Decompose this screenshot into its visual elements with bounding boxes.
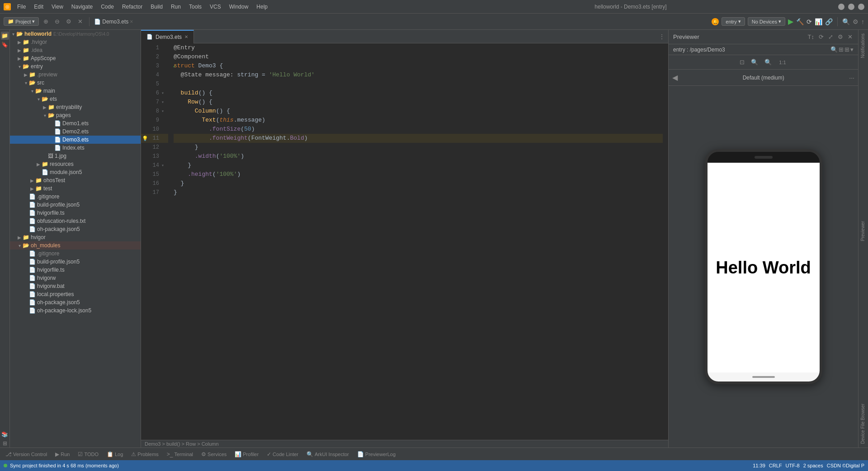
tab-terminal[interactable]: >_ Terminal — [163, 450, 197, 458]
tree-item-hvigorw[interactable]: ▶ 📄 hvigorw — [10, 274, 141, 282]
device-file-browser-label[interactable]: Device File Browser — [859, 400, 868, 447]
previewer-panel-label[interactable]: Previewer — [859, 217, 868, 245]
sync-button[interactable]: ⟳ — [807, 18, 812, 25]
tab-run[interactable]: ▶ Run — [52, 450, 73, 458]
tree-item-preview[interactable]: ▶ 📁 .preview — [10, 71, 141, 79]
tree-item-ohostest[interactable]: ▶ 📁 ohosTest — [10, 176, 141, 184]
tree-item-demo3[interactable]: ▶ 📄 Demo3.ets — [10, 136, 141, 144]
sidebar-project-icon[interactable]: 📁 — [1, 32, 9, 40]
font-size-button[interactable]: T↕ — [807, 33, 815, 41]
tab-todo[interactable]: ☑ TODO — [74, 450, 102, 458]
tree-item-hvigor-root[interactable]: ▶ 📁 hvigor — [10, 233, 141, 241]
tab-arkui[interactable]: 🔍 ArkUI Inspector — [303, 450, 353, 458]
close-button[interactable] — [858, 4, 864, 10]
menu-view[interactable]: View — [48, 3, 67, 11]
tab-demo3[interactable]: 📄 Demo3.ets ✕ — [141, 30, 194, 43]
tab-services[interactable]: ⚙ Services — [198, 450, 230, 458]
tab-version-control[interactable]: ⎇ Version Control — [2, 450, 51, 458]
code-content[interactable]: @Entry @Component struct Demo3 { @State … — [168, 43, 668, 440]
menu-edit[interactable]: Edit — [30, 3, 47, 11]
tree-item-entry[interactable]: ▾ 📂 entry — [10, 62, 141, 71]
sidebar-icon-2[interactable]: 🔖 — [1, 41, 9, 49]
profile-button[interactable]: 📊 — [815, 18, 822, 25]
tree-item-helloworld[interactable]: ▾ 📂 helloworld E:\Develop\HarmonyOS\4.0 — [10, 30, 141, 38]
project-dropdown[interactable]: 📁 Project ▾ — [4, 17, 39, 26]
search-icon[interactable]: 🔍 — [842, 18, 850, 25]
zoom-out-button[interactable]: 🔍 — [750, 58, 759, 66]
tab-problems[interactable]: ⚠ Problems — [127, 450, 162, 458]
tree-item-hvigor[interactable]: ▶ 📁 .hvigor — [10, 38, 141, 46]
close-tree-button[interactable]: ✕ — [76, 18, 85, 25]
zoom-fit-button[interactable]: ⊡ — [739, 58, 745, 66]
menu-navigate[interactable]: Navigate — [68, 3, 96, 11]
tree-item-entryability[interactable]: ▶ 📁 entryability — [10, 103, 141, 111]
tree-item-gitignore[interactable]: ▶ 📄 .gitignore — [10, 193, 141, 201]
menu-file[interactable]: File — [14, 3, 29, 11]
minimize-button[interactable] — [838, 4, 844, 10]
tab-previewerlog[interactable]: 📄 PreviewerLog — [354, 450, 399, 458]
orientation-button[interactable]: ⤢ — [827, 33, 834, 41]
attach-button[interactable]: 🔗 — [825, 18, 833, 25]
tab-close-button[interactable]: ✕ — [184, 34, 188, 39]
run-button[interactable]: ▶ — [788, 17, 793, 26]
menu-help[interactable]: Help — [253, 3, 271, 11]
tree-item-obfuscation[interactable]: ▶ 📄 obfuscation-rules.txt — [10, 217, 141, 225]
tree-item-test[interactable]: ▶ 📁 test — [10, 184, 141, 193]
tree-item-ohpackage2[interactable]: ▶ 📄 oh-package.json5 — [10, 298, 141, 306]
tree-item-ohpackage[interactable]: ▶ 📄 oh-package.json5 — [10, 225, 141, 233]
tree-item-appscope[interactable]: ▶ 📁 AppScope — [10, 54, 141, 62]
tree-item-main[interactable]: ▾ 📂 main — [10, 87, 141, 95]
device-selector[interactable]: No Devices ▾ — [748, 17, 785, 26]
tab-more-button[interactable]: ⋮ — [656, 33, 668, 40]
previewer-close-button[interactable]: ✕ — [847, 33, 854, 41]
tab-profiler[interactable]: 📊 Profiler — [231, 450, 262, 458]
menu-vcs[interactable]: VCS — [206, 3, 225, 11]
sidebar-structure-icon[interactable]: ⊞ — [1, 439, 9, 447]
tree-item-localprops[interactable]: ▶ 📄 local.properties — [10, 290, 141, 298]
collapse-all-button[interactable]: ⊖ — [53, 18, 61, 25]
tree-item-demo2[interactable]: ▶ 📄 Demo2.ets — [10, 127, 141, 136]
previewer-settings-button[interactable]: ⚙ — [837, 33, 844, 41]
tree-item-ets[interactable]: ▾ 📂 ets — [10, 95, 141, 103]
grid-view-button[interactable]: ⊞ — [844, 46, 849, 53]
menu-refactor[interactable]: Refactor — [118, 3, 146, 11]
tree-item-1jpg[interactable]: ▶ 🖼 1.jpg — [10, 152, 141, 160]
device-more-button[interactable]: ··· — [849, 74, 854, 81]
expand-all-button[interactable]: ⊕ — [42, 18, 50, 25]
maximize-button[interactable] — [848, 4, 854, 10]
menu-window[interactable]: Window — [226, 3, 252, 11]
settings-main-icon[interactable]: ⚙ — [853, 18, 859, 25]
notifications-panel-label[interactable]: Notifications — [859, 30, 868, 61]
menu-code[interactable]: Code — [97, 3, 118, 11]
zoom-in-button[interactable]: 🔍 — [764, 58, 773, 66]
update-icon[interactable]: ↑ — [861, 18, 864, 25]
notifications-icon[interactable]: 🔔 — [712, 18, 719, 25]
settings-button[interactable]: ⚙ — [64, 18, 73, 25]
tree-item-hvigorfile2[interactable]: ▶ 📄 hvigorfile.ts — [10, 266, 141, 274]
menu-build[interactable]: Build — [147, 3, 166, 11]
sidebar-bookmarks-icon[interactable]: 📚 — [1, 430, 9, 438]
tab-codelinter[interactable]: ✓ Code Linter — [263, 450, 302, 458]
tree-item-ohpackagelock[interactable]: ▶ 📄 oh-package-lock.json5 — [10, 306, 141, 315]
tree-item-ohmodules[interactable]: ▾ 📂 oh_modules — [10, 241, 141, 250]
tree-item-gitignore2[interactable]: ▶ 📄 .gitignore — [10, 250, 141, 258]
build-button[interactable]: 🔨 — [796, 18, 804, 25]
tab-log[interactable]: 📋 Log — [103, 450, 127, 458]
tree-item-index[interactable]: ▶ 📄 Index.ets — [10, 144, 141, 152]
toggle-inspector-button[interactable]: 🔍 — [830, 46, 838, 53]
tree-item-modulejson[interactable]: ▶ 📄 module.json5 — [10, 168, 141, 176]
code-editor[interactable]: 1 2 3 ✓ 4 — [141, 43, 668, 440]
tree-item-hvigorwbat[interactable]: ▶ 📄 hvigorw.bat — [10, 282, 141, 290]
tree-item-demo1[interactable]: ▶ 📄 Demo1.ets — [10, 119, 141, 127]
tree-item-hvigorfile[interactable]: ▶ 📄 hvigorfile.ts — [10, 209, 141, 217]
tree-item-idea[interactable]: ▶ 📁 .idea — [10, 46, 141, 54]
module-selector[interactable]: entry ▾ — [722, 17, 745, 26]
tree-item-pages[interactable]: ▾ 📂 pages — [10, 111, 141, 119]
path-dropdown-button[interactable]: ▾ — [850, 46, 854, 53]
tree-item-resources[interactable]: ▶ 📁 resources — [10, 160, 141, 168]
menu-run[interactable]: Run — [167, 3, 184, 11]
refresh-button[interactable]: ⟳ — [818, 33, 825, 41]
hierarchy-button[interactable]: ⊞ — [839, 46, 844, 53]
menu-tools[interactable]: Tools — [185, 3, 205, 11]
tree-item-src[interactable]: ▾ 📂 src — [10, 79, 141, 87]
